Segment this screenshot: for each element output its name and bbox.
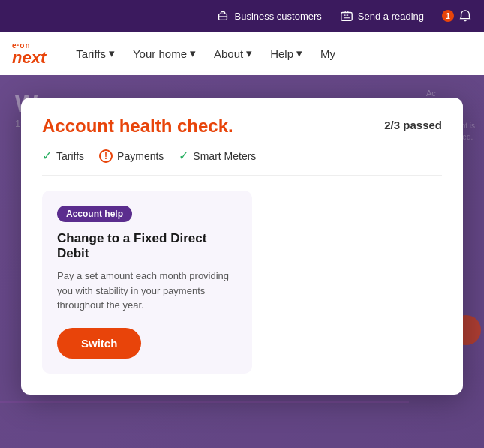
- nav-item-your-home[interactable]: Your home ▾: [133, 47, 196, 60]
- tariffs-check-item: ✓ Tariffs: [42, 149, 84, 163]
- send-reading-label: Send a reading: [358, 11, 424, 22]
- chevron-down-icon: ▾: [190, 47, 196, 60]
- account-health-check-modal: Account health check. 2/3 passed ✓ Tarif…: [21, 98, 463, 395]
- smart-meters-check-icon: ✓: [179, 149, 188, 163]
- briefcase-icon: [216, 9, 230, 23]
- bell-icon: [458, 9, 472, 23]
- business-customers-link[interactable]: Business customers: [216, 9, 321, 23]
- modal-passed-count: 2/3 passed: [384, 119, 442, 131]
- svg-rect-2: [341, 13, 352, 21]
- switch-button[interactable]: Switch: [57, 328, 141, 359]
- logo-next-text: next: [12, 50, 46, 66]
- smart-meters-check-label: Smart Meters: [193, 150, 256, 162]
- nav-item-help[interactable]: Help ▾: [270, 47, 302, 60]
- nav-help-label: Help: [270, 47, 293, 60]
- send-reading-link[interactable]: Send a reading: [340, 9, 424, 23]
- nav-your-home-label: Your home: [133, 47, 187, 60]
- nav-tariffs-label: Tariffs: [76, 47, 106, 60]
- eon-next-logo[interactable]: e·on next: [12, 41, 46, 66]
- nav-about-label: About: [214, 47, 243, 60]
- account-help-card: Account help Change to a Fixed Direct De…: [42, 191, 252, 374]
- nav-item-tariffs[interactable]: Tariffs ▾: [76, 47, 115, 60]
- notifications-link[interactable]: 1: [442, 9, 472, 23]
- nav-my-label: My: [320, 47, 335, 60]
- tariffs-check-label: Tariffs: [56, 150, 84, 162]
- smart-meters-check-item: ✓ Smart Meters: [179, 149, 256, 163]
- chevron-down-icon: ▾: [296, 47, 302, 60]
- card-description: Pay a set amount each month providing yo…: [57, 269, 237, 313]
- utility-bar: Business customers Send a reading 1: [0, 0, 484, 32]
- nav-item-my[interactable]: My: [320, 47, 335, 60]
- card-title: Change to a Fixed Direct Debit: [57, 231, 237, 261]
- payments-check-item: ! Payments: [99, 149, 164, 163]
- checks-row: ✓ Tariffs ! Payments ✓ Smart Meters: [42, 149, 442, 176]
- payments-check-icon: !: [99, 149, 113, 163]
- business-customers-label: Business customers: [234, 11, 321, 22]
- tariffs-check-icon: ✓: [42, 149, 52, 163]
- card-badge: Account help: [57, 206, 132, 222]
- payments-check-label: Payments: [117, 150, 164, 162]
- nav-bar: e·on next Tariffs ▾ Your home ▾ About ▾ …: [0, 32, 484, 75]
- modal-header: Account health check. 2/3 passed: [42, 116, 442, 137]
- meter-icon: [340, 9, 353, 23]
- modal-title: Account health check.: [42, 116, 233, 137]
- chevron-down-icon: ▾: [109, 47, 115, 60]
- nav-item-about[interactable]: About ▾: [214, 47, 252, 60]
- notification-count: 1: [442, 10, 454, 22]
- chevron-down-icon: ▾: [246, 47, 252, 60]
